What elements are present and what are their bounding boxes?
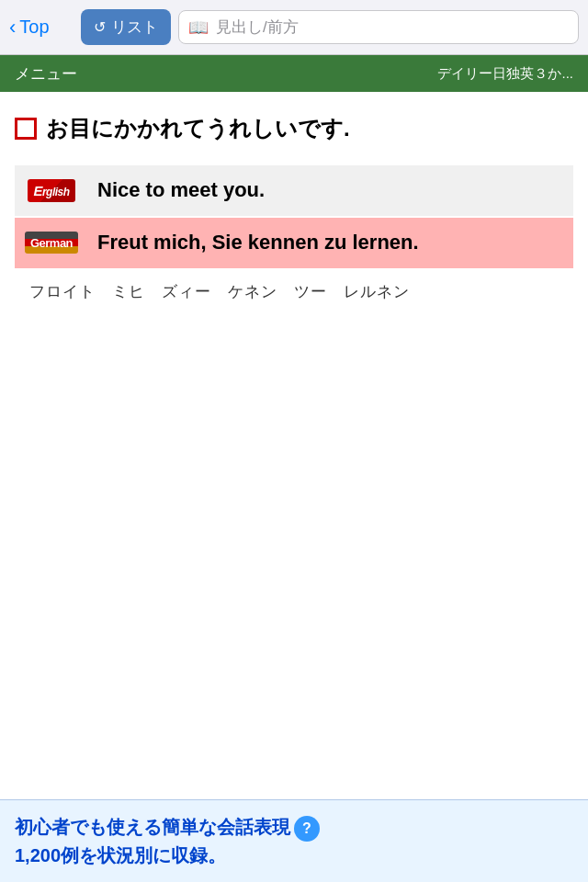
list-refresh-icon: ↺ (94, 18, 106, 36)
german-translation: Freut mich, Sie kennen zu lernen. (88, 218, 428, 268)
back-chevron-icon: ‹ (9, 17, 16, 38)
main-content: お目にかかれてうれしいです. Erglish Nice to meet you.… (0, 92, 588, 328)
pronunciation-row: フロイト ミヒ ズィー ケネン ツー レルネン (15, 270, 573, 313)
menu-bar: メニュー デイリー日独英３か... (0, 55, 588, 92)
search-placeholder-text: 見出し/前方 (216, 17, 299, 38)
back-label: Top (19, 17, 49, 38)
pronunciation-text: フロイト ミヒ ズィー ケネン ツー レルネン (29, 283, 410, 300)
english-badge-container: Erglish (15, 165, 88, 216)
bottom-line1: 初心者でも使える簡単な会話表現? (15, 813, 573, 842)
german-badge: German (25, 232, 78, 254)
help-icon-inline[interactable]: ? (294, 816, 320, 842)
english-badge: Erglish (28, 179, 74, 202)
top-nav-bar: ‹ Top ↺ リスト 📖 見出し/前方 (0, 0, 588, 55)
menu-bar-subtitle: デイリー日独英３か... (437, 65, 573, 83)
german-row: German Freut mich, Sie kennen zu lernen. (15, 218, 573, 268)
list-button-label: リスト (111, 17, 158, 38)
search-bar[interactable]: 📖 見出し/前方 (178, 10, 579, 44)
book-icon: 📖 (188, 17, 209, 38)
back-button[interactable]: ‹ Top (9, 17, 74, 38)
menu-bar-title: メニュー (15, 63, 77, 85)
list-button[interactable]: ↺ リスト (81, 9, 171, 45)
japanese-sentence: お目にかかれてうれしいです. (46, 114, 350, 143)
bottom-bar: 初心者でも使える簡単な会話表現? 1,200例を状況別に収録。 (0, 799, 588, 882)
english-row: Erglish Nice to meet you. (15, 165, 573, 216)
bottom-line2: 1,200例を状況別に収録。 (15, 842, 573, 869)
red-square-icon (15, 118, 37, 140)
bottom-description: 初心者でも使える簡単な会話表現? 1,200例を状況別に収録。 (15, 813, 573, 869)
german-badge-container: German (15, 218, 88, 268)
sentence-header: お目にかかれてうれしいです. (15, 107, 573, 151)
english-translation: Nice to meet you. (88, 165, 274, 216)
